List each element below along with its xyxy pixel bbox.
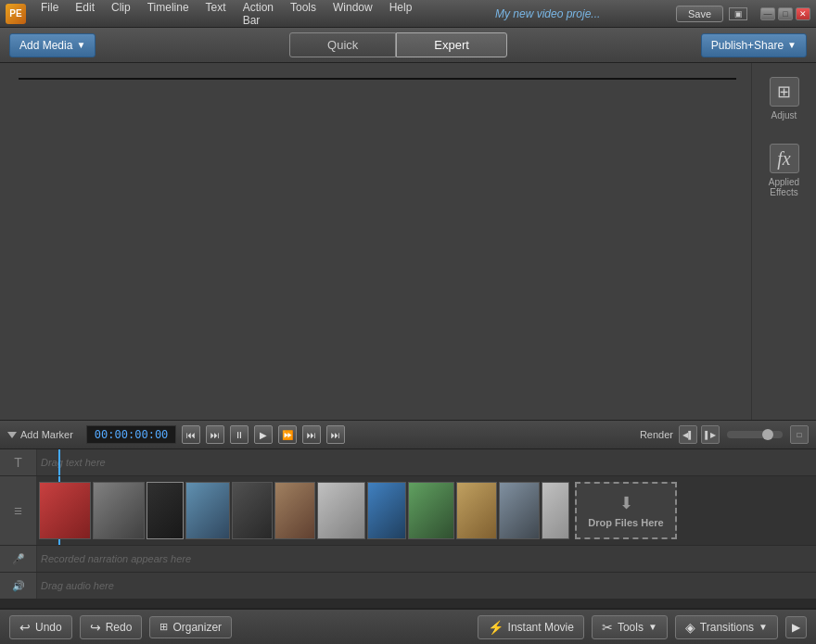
maximize-button[interactable]: □ xyxy=(778,7,793,20)
video-clip-5[interactable] xyxy=(232,482,273,539)
applied-effects-button[interactable]: fx Applied Effects xyxy=(752,139,816,202)
main-toolbar: Add Media ▼ Quick Expert Publish+Share ▼ xyxy=(0,28,816,63)
tab-expert[interactable]: Expert xyxy=(396,32,507,57)
right-panel: ⊞ Adjust fx Applied Effects xyxy=(751,63,816,420)
video-clip-7[interactable] xyxy=(317,482,365,539)
narration-track-icon: 🎤 xyxy=(0,546,37,572)
app-window: PE File Edit Clip Timeline Text Action B… xyxy=(0,0,816,644)
publish-share-arrow: ▼ xyxy=(787,40,797,50)
video-clip-6[interactable] xyxy=(274,482,315,539)
menu-file[interactable]: File xyxy=(33,0,66,30)
timeline-section: Add Marker 00:00:00:00 ⏮ ⏭ ⏸ ▶ ⏩ ⏭ ⏭ Ren… xyxy=(0,420,816,644)
marker-arrow-icon xyxy=(7,432,17,438)
menu-tools[interactable]: Tools xyxy=(283,0,324,30)
window-controls: — □ ✕ xyxy=(760,7,810,20)
video-track-icon: ☰ xyxy=(0,476,37,545)
step-forward-button[interactable]: ⏩ xyxy=(278,425,297,444)
instant-movie-button[interactable]: ⚡ Instant Movie xyxy=(478,615,584,639)
undo-button[interactable]: ↩ Undo xyxy=(9,615,72,639)
menu-text[interactable]: Text xyxy=(198,0,234,30)
bottom-right-controls: ⚡ Instant Movie ✂ Tools ▼ ◈ Transitions … xyxy=(478,615,807,639)
menu-bar: File Edit Clip Timeline Text Action Bar … xyxy=(33,0,419,30)
video-clip-2[interactable] xyxy=(93,482,145,539)
redo-button[interactable]: ↪ Redo xyxy=(80,615,143,639)
tab-quick[interactable]: Quick xyxy=(289,32,396,57)
timeline-controls-bar: Add Marker 00:00:00:00 ⏮ ⏭ ⏸ ▶ ⏩ ⏭ ⏭ Ren… xyxy=(0,420,816,449)
video-clip-3[interactable] xyxy=(147,482,184,539)
watermark-text: Created with Adobe® Premiere® Elements t… xyxy=(219,78,535,79)
skip-to-end-button[interactable]: ⏭ xyxy=(302,425,321,444)
skip-to-next-button[interactable]: ⏭ xyxy=(326,425,345,444)
step-back-button[interactable]: ⏭ xyxy=(206,425,224,444)
video-clip-4[interactable] xyxy=(185,482,230,539)
add-marker-button[interactable]: Add Marker xyxy=(7,429,73,440)
mode-tabs: Quick Expert xyxy=(103,32,693,57)
narration-track-placeholder: Recorded narration appears here xyxy=(41,553,191,564)
audio-track-placeholder: Drag audio here xyxy=(41,580,114,591)
tools-arrow: ▼ xyxy=(648,622,657,632)
video-track-content[interactable]: ⬇ Drop Files Here xyxy=(37,476,816,545)
close-button[interactable]: ✕ xyxy=(796,7,810,20)
instant-movie-label: Instant Movie xyxy=(508,621,574,634)
add-media-button[interactable]: Add Media ▼ xyxy=(9,33,96,57)
video-clip-10[interactable] xyxy=(456,482,497,539)
zoom-slider[interactable] xyxy=(727,431,783,438)
save-button[interactable]: Save xyxy=(676,6,723,22)
adjust-button[interactable]: ⊞ Adjust xyxy=(765,72,804,125)
bottom-toolbar: ↩ Undo ↪ Redo ⊞ Organizer ⚡ Instant Movi… xyxy=(0,609,816,644)
narration-track-content[interactable]: Recorded narration appears here xyxy=(37,546,816,572)
undo-icon: ↩ xyxy=(19,620,31,635)
tools-icon: ✂ xyxy=(602,620,613,635)
add-media-arrow: ▼ xyxy=(76,40,85,50)
zoom-thumb[interactable] xyxy=(762,429,773,440)
audio-track-content[interactable]: Drag audio here xyxy=(37,573,816,599)
text-track-content[interactable]: Drag text here xyxy=(37,449,816,475)
organizer-button[interactable]: ⊞ Organizer xyxy=(149,616,232,638)
menu-help[interactable]: Help xyxy=(382,0,420,30)
skip-to-start-button[interactable]: ⏮ xyxy=(182,425,200,444)
organizer-label: Organizer xyxy=(172,621,222,634)
timeline-scrollbar[interactable] xyxy=(0,600,816,609)
playhead-marker xyxy=(58,449,60,475)
transitions-button[interactable]: ◈ Transitions ▼ xyxy=(675,615,778,639)
narration-track: 🎤 Recorded narration appears here xyxy=(0,546,816,573)
pause-button[interactable]: ⏸ xyxy=(230,425,249,444)
menu-window[interactable]: Window xyxy=(325,0,380,30)
adjust-icon: ⊞ xyxy=(770,77,799,107)
drop-arrow-icon: ⬇ xyxy=(619,493,633,513)
menu-edit[interactable]: Edit xyxy=(68,0,102,30)
menu-clip[interactable]: Clip xyxy=(104,0,138,30)
drop-files-label: Drop Files Here xyxy=(588,517,663,528)
undo-label: Undo xyxy=(35,621,62,634)
render-in-button[interactable]: ◀▌ xyxy=(679,425,697,444)
audio-track-icon: 🔊 xyxy=(0,573,37,599)
video-clip-12[interactable] xyxy=(542,482,569,539)
timeline-settings-button[interactable]: □ xyxy=(790,425,809,444)
video-clip-9[interactable] xyxy=(408,482,454,539)
project-title: My new video proje... xyxy=(419,7,676,20)
video-clip-1[interactable] xyxy=(39,482,91,539)
timecode-display: 00:00:00:00 xyxy=(86,425,176,444)
publish-share-label: Publish+Share xyxy=(711,39,784,52)
window-monitor-icon: ▣ xyxy=(729,7,747,20)
play-button[interactable]: ▶ xyxy=(254,425,273,444)
drop-files-zone[interactable]: ⬇ Drop Files Here xyxy=(575,482,677,539)
tools-button[interactable]: ✂ Tools ▼ xyxy=(592,615,668,639)
fx-icon: fx xyxy=(770,144,799,173)
next-button[interactable]: ▶ xyxy=(785,616,807,638)
video-track: ☰ ⬇ Drop File xyxy=(0,476,816,546)
title-bar: PE File Edit Clip Timeline Text Action B… xyxy=(0,0,816,28)
audio-track: 🔊 Drag audio here xyxy=(0,573,816,600)
render-out-button[interactable]: ▌▶ xyxy=(701,425,720,444)
video-clip-11[interactable] xyxy=(499,482,540,539)
transitions-arrow: ▼ xyxy=(759,622,768,632)
transitions-icon: ◈ xyxy=(685,620,695,635)
menu-action-bar[interactable]: Action Bar xyxy=(236,0,281,30)
menu-timeline[interactable]: Timeline xyxy=(140,0,197,30)
publish-share-button[interactable]: Publish+Share ▼ xyxy=(701,33,807,57)
instant-movie-icon: ⚡ xyxy=(488,620,504,635)
minimize-button[interactable]: — xyxy=(760,7,775,20)
preview-section: Created with Adobe® Premiere® Elements t… xyxy=(0,63,816,420)
text-track-icon: T xyxy=(0,449,37,475)
video-clip-8[interactable] xyxy=(367,482,406,539)
